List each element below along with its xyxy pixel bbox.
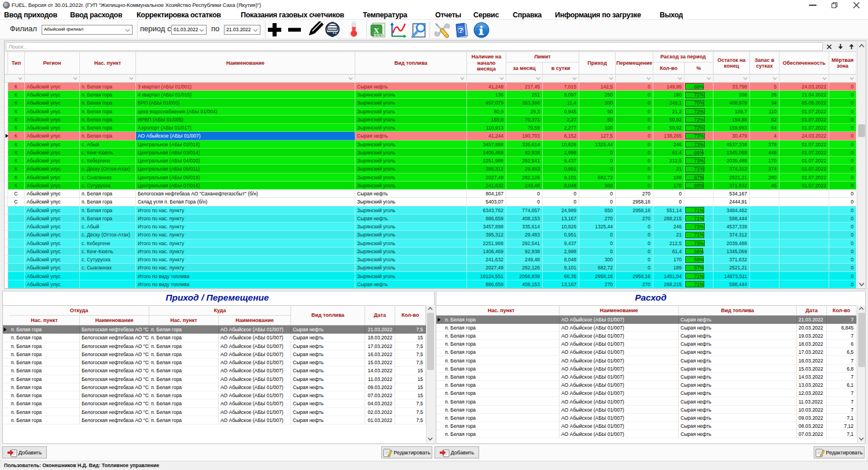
svg-text:?: ?: [458, 26, 463, 35]
svg-text:X: X: [374, 26, 380, 35]
svg-text:00000: 00000: [328, 27, 337, 31]
